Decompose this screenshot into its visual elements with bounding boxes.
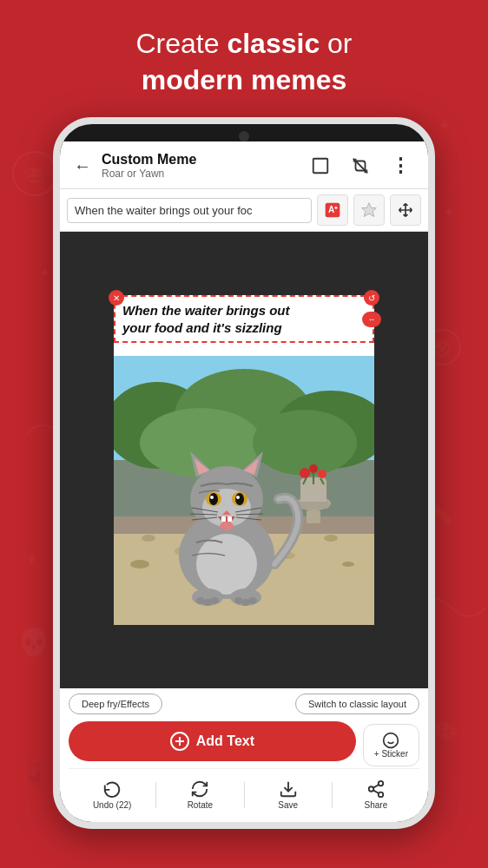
app-bar: ← Custom Meme Roar or Yawn ⋮: [60, 141, 428, 188]
effect-buttons-row: Deep fry/Effects Switch to classic layou…: [69, 694, 419, 714]
svg-text:🤣: 🤣: [432, 339, 452, 358]
phone-mockup: ← Custom Meme Roar or Yawn ⋮: [53, 117, 435, 829]
svg-point-61: [220, 522, 234, 530]
meme-canvas: ✕ ↺ ↔ When the waiter brings out your fo…: [114, 295, 374, 625]
frame-icon-button[interactable]: [307, 152, 334, 180]
text-input-bar: A ✦: [60, 188, 428, 232]
svg-rect-59: [221, 516, 226, 522]
add-text-label: Add Text: [196, 733, 254, 749]
svg-point-85: [379, 792, 384, 798]
deep-fry-button[interactable]: Deep fry/Effects: [69, 694, 162, 714]
switch-layout-button[interactable]: Switch to classic layout: [295, 694, 419, 714]
nav-rotate[interactable]: Rotate: [156, 776, 243, 813]
svg-rect-36: [298, 502, 329, 509]
svg-rect-37: [307, 510, 320, 523]
sticker-icon: [382, 732, 399, 749]
svg-line-87: [373, 785, 379, 788]
rotate-label: Rotate: [188, 800, 213, 810]
app-bar-icons: ⋮: [307, 152, 414, 180]
nav-save[interactable]: Save: [245, 776, 332, 813]
svg-point-0: [13, 152, 56, 195]
svg-rect-12: [313, 159, 328, 174]
meme-text-content: When the waiter brings out your food and…: [122, 302, 366, 336]
svg-point-55: [235, 493, 244, 505]
svg-text:✦: ✦: [443, 205, 454, 220]
handle-resize[interactable]: ↔: [362, 312, 381, 327]
add-text-row: Add Text + Sticker: [69, 721, 419, 768]
hero-section: Create classic or modern memes: [0, 26, 488, 98]
svg-text:✦: ✦: [439, 118, 450, 133]
svg-point-39: [309, 464, 318, 473]
meme-text-input[interactable]: [67, 198, 312, 223]
share-label: Share: [365, 800, 388, 810]
font-style-button[interactable]: A ✦: [317, 194, 348, 226]
nav-share[interactable]: Share: [333, 776, 419, 813]
svg-point-30: [130, 560, 149, 569]
svg-text:✦: ✦: [26, 552, 37, 567]
svg-point-83: [379, 781, 384, 786]
save-label: Save: [278, 800, 298, 810]
sticker-label: + Sticker: [374, 749, 408, 759]
phone-bottom-toolbar: Deep fry/Effects Switch to classic layou…: [60, 688, 428, 822]
svg-marker-17: [362, 203, 377, 217]
more-options-button[interactable]: ⋮: [386, 152, 414, 180]
phone-notch: [239, 131, 249, 141]
bottom-nav: Undo (22) Rotate Save: [69, 768, 419, 817]
hero-line1: Create: [135, 28, 227, 59]
svg-point-45: [196, 534, 257, 595]
svg-line-86: [373, 790, 379, 793]
save-icon: [279, 779, 298, 799]
svg-point-40: [318, 470, 326, 478]
svg-point-38: [300, 468, 310, 478]
hero-bold2: modern memes: [142, 64, 347, 95]
cat-image: [114, 356, 374, 625]
app-sub-title: Roar or Yawn: [102, 168, 296, 180]
svg-text:✦: ✦: [39, 266, 50, 280]
svg-text:💀: 💀: [17, 627, 50, 658]
svg-point-29: [324, 535, 338, 542]
svg-point-57: [236, 496, 240, 499]
app-main-title: Custom Meme: [102, 152, 296, 168]
hero-line2: or: [320, 28, 352, 59]
handle-rotate[interactable]: ↺: [364, 290, 379, 306]
svg-text:😂: 😂: [24, 166, 44, 185]
canvas-area: ✕ ↺ ↔ When the waiter brings out your fo…: [60, 232, 428, 688]
svg-point-56: [210, 496, 214, 499]
rotate-icon: [190, 779, 209, 799]
meme-text-overlay[interactable]: ✕ ↺ ↔ When the waiter brings out your fo…: [114, 295, 374, 343]
share-icon: [366, 779, 386, 799]
svg-point-79: [384, 733, 399, 747]
hero-bold1: classic: [227, 28, 320, 59]
svg-point-84: [369, 786, 374, 792]
sticker-button[interactable]: + Sticker: [363, 724, 419, 766]
svg-text:🎨: 🎨: [434, 720, 458, 743]
back-button[interactable]: ←: [74, 156, 91, 176]
svg-point-25: [142, 535, 155, 542]
svg-point-75: [248, 597, 257, 604]
svg-text:✦: ✦: [333, 205, 339, 211]
add-text-button[interactable]: Add Text: [69, 721, 356, 761]
move-button[interactable]: [390, 194, 421, 226]
svg-point-72: [210, 597, 219, 604]
svg-text:📱: 📱: [22, 761, 48, 786]
plus-circle-icon: [170, 732, 189, 751]
svg-point-32: [342, 562, 354, 567]
crop-icon-button[interactable]: [346, 152, 374, 180]
undo-label: Undo (22): [93, 800, 131, 810]
undo-icon: [102, 779, 122, 799]
svg-point-54: [209, 493, 218, 505]
app-title-section: Custom Meme Roar or Yawn: [102, 152, 296, 180]
handle-remove[interactable]: ✕: [109, 290, 124, 306]
nav-undo[interactable]: Undo (22): [69, 776, 155, 813]
emoji-button[interactable]: [353, 194, 385, 226]
svg-point-23: [253, 410, 357, 476]
svg-rect-60: [228, 516, 232, 522]
